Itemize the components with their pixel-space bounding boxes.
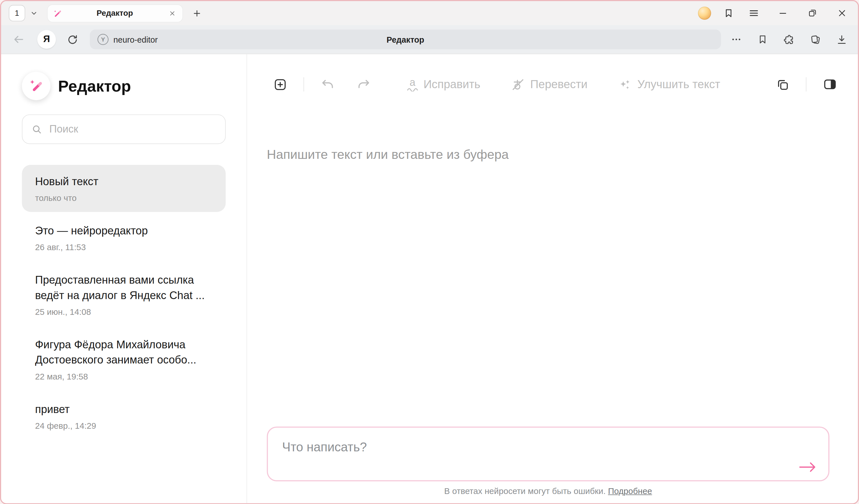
more-icon[interactable] (729, 32, 744, 47)
reload-icon[interactable] (63, 31, 81, 48)
search-box[interactable] (22, 114, 226, 144)
ai-disclaimer: В ответах нейросети могут быть ошибки. П… (267, 486, 829, 496)
search-icon (31, 124, 42, 135)
restore-window-icon[interactable] (804, 5, 820, 21)
page-title: Редактор (90, 35, 721, 44)
app-logo-row: Редактор (22, 72, 246, 100)
documents-sidebar: Редактор Новый текст только что Это — не… (1, 54, 246, 503)
doc-time: 24 февр., 14:29 (35, 421, 214, 431)
app-title: Редактор (58, 77, 131, 95)
list-item[interactable]: привет 24 февр., 14:29 (22, 393, 226, 440)
spellcheck-icon: а (407, 78, 418, 91)
list-item[interactable]: Фигура Фёдора Михайловича Достоевского з… (22, 328, 226, 391)
search-input[interactable] (48, 123, 216, 136)
editor-pane: а Исправить Перевести Улучшить текст (246, 54, 858, 503)
prompt-input[interactable] (268, 427, 828, 480)
disclaimer-link[interactable]: Подробнее (608, 486, 652, 495)
doc-time: только что (35, 193, 214, 203)
translate-button[interactable]: Перевести (511, 78, 588, 91)
tab-count-value: 1 (15, 9, 19, 18)
document-list: Новый текст только что Это — нейроредакт… (1, 165, 246, 440)
tab-counter[interactable]: 1 (9, 5, 25, 21)
menu-icon[interactable] (746, 5, 762, 21)
back-icon[interactable] (10, 31, 27, 48)
doc-time: 25 июн., 14:08 (35, 307, 214, 317)
editor-placeholder[interactable]: Напишите текст или вставьте из буфера (267, 148, 509, 162)
new-tab-button[interactable] (190, 6, 204, 20)
list-item[interactable]: Предоставленная вами ссылка ведёт на диа… (22, 263, 226, 326)
tab-editor[interactable]: Редактор (47, 4, 183, 22)
address-actions (729, 32, 849, 47)
app-logo (22, 72, 50, 100)
doc-time: 22 мая, 19:58 (35, 372, 214, 382)
fix-text-button[interactable]: а Исправить (407, 78, 481, 91)
editor-toolbar: а Исправить Перевести Улучшить текст (247, 54, 858, 91)
collections-icon[interactable] (808, 32, 823, 47)
minimize-icon[interactable] (774, 5, 791, 21)
doc-title: Предоставленная вами ссылка ведёт на диа… (35, 272, 214, 303)
toolbar-divider (303, 77, 304, 92)
list-item[interactable]: Это — нейроредактор 26 авг., 11:53 (22, 214, 226, 261)
disclaimer-text: В ответах нейросети могут быть ошибки. (444, 486, 606, 495)
doc-time: 26 авг., 11:53 (35, 243, 214, 253)
close-window-icon[interactable] (834, 5, 850, 21)
url-text: neuro-editor (114, 35, 158, 44)
tab-list-chevron-icon[interactable] (28, 5, 41, 21)
prompt-box[interactable] (267, 426, 829, 481)
tab-close-icon[interactable] (167, 8, 177, 18)
site-icon: Y (97, 34, 108, 45)
translate-label: Перевести (530, 78, 588, 91)
doc-title: Это — нейроредактор (35, 223, 214, 239)
doc-title: Новый текст (35, 174, 214, 189)
prompt-composer: В ответах нейросети могут быть ошибки. П… (267, 426, 829, 496)
undo-icon[interactable] (320, 77, 335, 92)
toolbar-divider (806, 77, 806, 92)
doc-title: привет (35, 401, 214, 417)
improve-text-button[interactable]: Улучшить текст (618, 78, 720, 91)
yandex-logo[interactable]: Я (37, 30, 56, 49)
translate-icon (511, 78, 525, 91)
address-bar: Я Y neuro-editor Редактор (1, 25, 858, 54)
site-letter: Y (101, 36, 105, 43)
send-icon[interactable] (798, 460, 817, 473)
improve-text-label: Улучшить текст (637, 78, 720, 91)
wand-icon (53, 9, 63, 18)
extensions-icon[interactable] (781, 32, 797, 47)
bookmark-icon[interactable] (755, 32, 770, 47)
redo-icon[interactable] (357, 77, 371, 92)
sparkles-icon (618, 78, 632, 91)
avatar[interactable] (698, 6, 711, 20)
list-item[interactable]: Новый текст только что (22, 165, 226, 212)
url-bar[interactable]: Y neuro-editor Редактор (90, 30, 721, 49)
download-icon[interactable] (834, 32, 849, 47)
copy-icon[interactable] (776, 78, 789, 91)
neuro-editor-app: Редактор Новый текст только что Это — не… (1, 54, 858, 503)
tab-strip: 1 Редактор (1, 1, 858, 25)
new-document-icon[interactable] (273, 78, 287, 91)
browser-window: 1 Редактор (0, 0, 859, 504)
tab-title: Редактор (62, 9, 167, 18)
yandex-letter: Я (43, 34, 50, 45)
doc-title: Фигура Фёдора Михайловича Достоевского з… (35, 337, 214, 367)
sidebar-panel-icon[interactable] (721, 5, 736, 21)
fix-text-label: Исправить (423, 78, 481, 91)
toggle-panel-icon[interactable] (823, 77, 837, 92)
